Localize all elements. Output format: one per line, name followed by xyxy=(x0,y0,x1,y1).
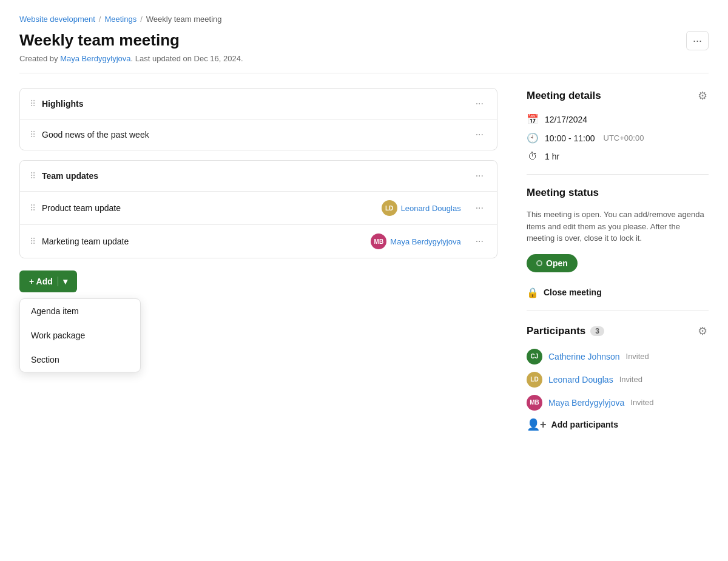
assignee-name-leonard: Leonard Douglas xyxy=(401,204,461,213)
main-layout: ⠿ Highlights ··· ⠿ Good news of the past… xyxy=(19,88,709,431)
drag-handle[interactable]: ⠿ xyxy=(30,171,36,181)
drag-handle[interactable]: ⠿ xyxy=(30,99,36,109)
meeting-status-title: Meeting status xyxy=(527,187,599,199)
participant-name-maya[interactable]: Maya Berdygylyjova xyxy=(548,398,624,408)
section-more-button-team-updates[interactable]: ··· xyxy=(472,169,487,183)
avatar-leonard-p: LD xyxy=(527,372,542,388)
details-divider xyxy=(527,174,709,175)
chevron-down-icon: ▾ xyxy=(58,277,67,286)
page-header: Weekly team meeting ··· xyxy=(19,31,709,50)
close-meeting-button[interactable]: 🔒 Close meeting xyxy=(527,287,602,298)
participant-status-leonard: Invited xyxy=(619,375,642,384)
agenda-section-team-updates: ⠿ Team updates ··· ⠿ Product team update… xyxy=(19,160,497,258)
participant-row-maya: MB Maya Berdygylyjova Invited xyxy=(527,395,709,411)
participants-count: 3 xyxy=(590,326,604,336)
agenda-item-more-button-marketing-team[interactable]: ··· xyxy=(472,235,487,248)
drag-handle[interactable]: ⠿ xyxy=(30,237,36,246)
agenda-item-marketing-team: ⠿ Marketing team update MB Maya Berdygyl… xyxy=(20,225,497,258)
participants-title: Participants xyxy=(527,325,585,337)
participant-name-leonard[interactable]: Leonard Douglas xyxy=(548,375,613,385)
participant-name-catherine[interactable]: Catherine Johnson xyxy=(548,352,620,361)
breadcrumb-current: Weekly team meeting xyxy=(146,15,222,24)
calendar-icon: 📅 xyxy=(527,113,539,125)
meeting-time-range: 10:00 - 11:00 xyxy=(545,133,595,143)
assignee-maya[interactable]: MB Maya Berdygylyjova xyxy=(371,233,460,249)
participant-row-catherine: CJ Catherine Johnson Invited xyxy=(527,349,709,364)
timer-icon: ⏱ xyxy=(527,151,539,162)
meeting-details-title: Meeting details xyxy=(527,90,601,102)
add-participants-label: Add participants xyxy=(551,420,618,429)
assignee-name-maya: Maya Berdygylyjova xyxy=(390,237,460,246)
meeting-date: 12/17/2024 xyxy=(545,115,587,124)
participant-row-leonard: LD Leonard Douglas Invited xyxy=(527,372,709,388)
agenda-item-label-product-team: Product team update xyxy=(42,203,376,213)
page-title: Weekly team meeting xyxy=(19,31,180,50)
agenda-item-label-good-news: Good news of the past week xyxy=(42,130,466,139)
agenda-item-more-button-product-team[interactable]: ··· xyxy=(472,201,487,215)
drag-handle[interactable]: ⠿ xyxy=(30,130,36,139)
add-button-container: + Add ▾ Agenda item Work package Section xyxy=(19,270,497,292)
open-badge-label: Open xyxy=(546,258,568,268)
drag-handle[interactable]: ⠿ xyxy=(30,203,36,213)
meeting-duration: 1 hr xyxy=(545,152,559,161)
add-button[interactable]: + Add ▾ xyxy=(19,270,77,292)
avatar-maya: MB xyxy=(371,233,386,249)
dropdown-item-section[interactable]: Section xyxy=(20,348,140,372)
participants-gear-button[interactable]: ⚙ xyxy=(696,323,709,339)
section-more-button-highlights[interactable]: ··· xyxy=(472,97,487,110)
status-divider xyxy=(527,311,709,311)
assignee-leonard[interactable]: LD Leonard Douglas xyxy=(382,200,461,216)
close-meeting-label: Close meeting xyxy=(544,287,602,297)
agenda-item-label-marketing-team: Marketing team update xyxy=(42,237,365,246)
participant-status-catherine: Invited xyxy=(626,352,649,361)
meeting-status-header: Meeting status xyxy=(527,187,709,199)
meeting-time-row: 🕙 10:00 - 11:00 UTC+00:00 xyxy=(527,132,709,144)
section-row-team-updates: ⠿ Team updates ··· xyxy=(20,161,497,192)
section-label-highlights: Highlights xyxy=(42,99,466,109)
participants-header: Participants 3 ⚙ xyxy=(527,323,709,339)
meeting-timezone: UTC+00:00 xyxy=(604,133,644,143)
meeting-date-row: 📅 12/17/2024 xyxy=(527,113,709,125)
open-badge-dot xyxy=(536,260,542,266)
clock-icon: 🕙 xyxy=(527,132,539,144)
add-person-icon: 👤+ xyxy=(527,418,547,431)
meeting-details-header: Meeting details ⚙ xyxy=(527,88,709,104)
open-badge: Open xyxy=(527,254,709,280)
breadcrumb-link-1[interactable]: Website development xyxy=(19,15,95,24)
section-row-highlights: ⠿ Highlights ··· xyxy=(20,89,497,119)
add-participants-button[interactable]: 👤+ Add participants xyxy=(527,418,618,431)
add-button-label: + Add xyxy=(29,277,53,286)
right-panel: Meeting details ⚙ 📅 12/17/2024 🕙 10:00 -… xyxy=(527,88,709,431)
avatar-maya-p: MB xyxy=(527,395,542,411)
breadcrumb: Website development / Meetings / Weekly … xyxy=(19,15,709,24)
meeting-details-gear-button[interactable]: ⚙ xyxy=(696,88,709,104)
meeting-duration-row: ⏱ 1 hr xyxy=(527,151,709,162)
avatar-catherine: CJ xyxy=(527,349,542,364)
agenda-item-more-button-good-news[interactable]: ··· xyxy=(472,128,487,141)
add-dropdown-menu: Agenda item Work package Section xyxy=(19,298,141,372)
dropdown-item-agenda-item[interactable]: Agenda item xyxy=(20,299,140,323)
participant-status-maya: Invited xyxy=(630,398,653,407)
header-divider xyxy=(19,73,709,73)
meeting-status-description: This meeting is open. You can add/remove… xyxy=(527,209,709,244)
author-link[interactable]: Maya Berdygylyjova xyxy=(60,54,130,63)
agenda-item-product-team: ⠿ Product team update LD Leonard Douglas… xyxy=(20,192,497,225)
avatar-leonard: LD xyxy=(382,200,397,216)
left-panel: ⠿ Highlights ··· ⠿ Good news of the past… xyxy=(19,88,497,431)
section-label-team-updates: Team updates xyxy=(42,171,466,181)
agenda-item-good-news: ⠿ Good news of the past week ··· xyxy=(20,119,497,150)
page-meta: Created by Maya Berdygylyjova. Last upda… xyxy=(19,54,709,63)
breadcrumb-link-2[interactable]: Meetings xyxy=(104,15,136,24)
more-options-button[interactable]: ··· xyxy=(686,31,709,50)
agenda-section-highlights: ⠿ Highlights ··· ⠿ Good news of the past… xyxy=(19,88,497,150)
lock-icon: 🔒 xyxy=(527,287,539,298)
dropdown-item-work-package[interactable]: Work package xyxy=(20,323,140,348)
